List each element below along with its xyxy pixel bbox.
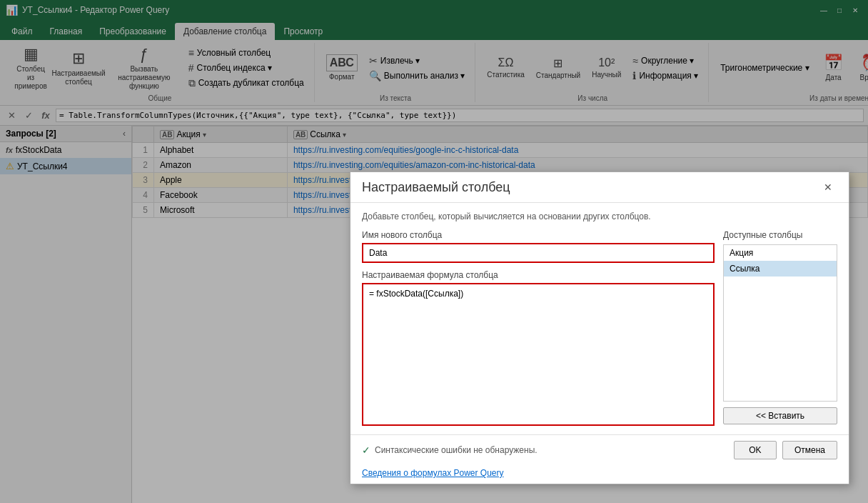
formula-label: Настраиваемая формула столбца bbox=[362, 270, 715, 280]
dialog-body: Добавьте столбец, который вычисляется на… bbox=[350, 203, 849, 434]
avail-item-ssylka[interactable]: Ссылка bbox=[724, 261, 837, 277]
dialog-title: Настраиваемый столбец bbox=[362, 180, 510, 195]
cancel-btn[interactable]: Отмена bbox=[782, 441, 837, 459]
dialog-description: Добавьте столбец, который вычисляется на… bbox=[362, 211, 837, 221]
new-column-input[interactable] bbox=[362, 243, 715, 263]
available-columns-label: Доступные столбцы bbox=[723, 230, 837, 240]
dialog-content: Имя нового столбца Настраиваемая формула… bbox=[362, 230, 837, 426]
avail-item-akciya[interactable]: Акция bbox=[724, 245, 837, 261]
formula-textarea[interactable]: = fxStockData([Ссылка]) bbox=[362, 283, 715, 426]
footer-left: ✓ Синтаксические ошибки не обнаружены. bbox=[362, 444, 538, 456]
new-column-label: Имя нового столбца bbox=[362, 230, 715, 240]
ok-btn[interactable]: OK bbox=[734, 441, 777, 459]
formula-value-text: = fxStockData([Ссылка]) bbox=[369, 289, 463, 299]
pq-formula-link[interactable]: Сведения о формулах Power Query bbox=[362, 468, 504, 478]
dialog-right-panel: Доступные столбцы Акция Ссылка << Встави… bbox=[723, 230, 837, 426]
custom-column-dialog: Настраиваемый столбец ✕ Добавьте столбец… bbox=[350, 171, 849, 484]
dialog-left-panel: Имя нового столбца Настраиваемая формула… bbox=[362, 230, 715, 426]
footer-right: OK Отмена bbox=[734, 441, 837, 459]
validation-check-icon: ✓ bbox=[362, 444, 370, 456]
validation-text: Синтаксические ошибки не обнаружены. bbox=[375, 445, 538, 455]
insert-btn[interactable]: << Вставить bbox=[723, 407, 837, 424]
dialog-footer: ✓ Синтаксические ошибки не обнаружены. O… bbox=[350, 434, 849, 465]
dialog-title-bar: Настраиваемый столбец ✕ bbox=[350, 172, 849, 203]
pq-link-row: Сведения о формулах Power Query bbox=[350, 465, 849, 484]
dialog-close-btn[interactable]: ✕ bbox=[819, 179, 837, 195]
available-columns-list: Акция Ссылка bbox=[723, 244, 837, 402]
